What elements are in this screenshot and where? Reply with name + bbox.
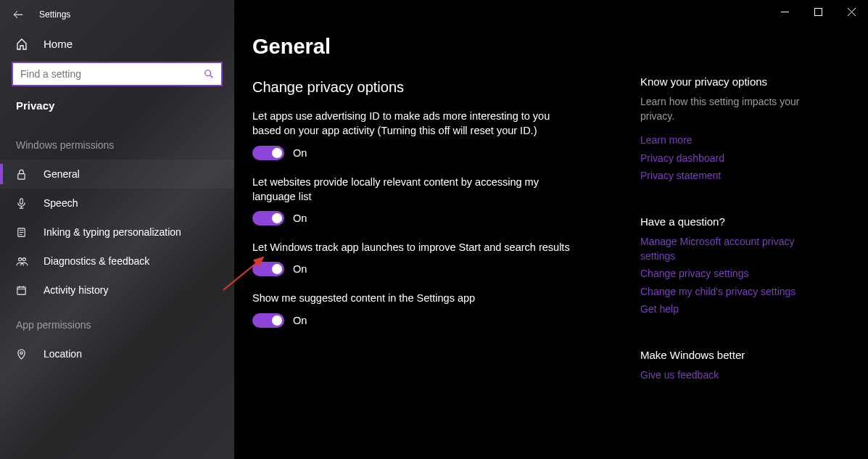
option-description: Let Windows track app launches to improv… xyxy=(252,240,575,255)
sidebar-home[interactable]: Home xyxy=(0,28,234,62)
sidebar-item-speech[interactable]: Speech xyxy=(0,189,234,218)
sidebar-item-general[interactable]: General xyxy=(0,160,234,189)
back-arrow-icon[interactable]: 🡠 xyxy=(13,9,23,20)
minimize-button[interactable] xyxy=(768,0,801,23)
sidebar-item-location[interactable]: Location xyxy=(0,339,234,368)
option-language-list: Let websites provide locally relevant co… xyxy=(252,175,640,226)
right-text: Learn how this setting impacts your priv… xyxy=(640,95,829,123)
sidebar-item-label: Location xyxy=(44,348,82,360)
speech-icon xyxy=(16,198,29,209)
toggle-state: On xyxy=(293,212,307,224)
svg-point-14 xyxy=(20,351,22,353)
content: General Change privacy options Let apps … xyxy=(234,0,640,459)
close-button[interactable] xyxy=(835,0,868,23)
toggle-suggested-content[interactable] xyxy=(252,313,284,328)
svg-rect-16 xyxy=(814,8,822,15)
sidebar-item-label: General xyxy=(44,168,80,180)
right-block-privacy-options: Know your privacy options Learn how this… xyxy=(640,75,829,183)
search-input[interactable] xyxy=(20,68,204,80)
svg-rect-3 xyxy=(20,198,23,204)
svg-point-9 xyxy=(22,257,25,260)
sidebar-item-label: Activity history xyxy=(44,284,108,296)
sidebar-item-inking[interactable]: Inking & typing personalization xyxy=(0,218,234,247)
search-input-container[interactable] xyxy=(12,62,223,86)
link-give-feedback[interactable]: Give us feedback xyxy=(640,368,829,383)
main: General Change privacy options Let apps … xyxy=(234,0,868,459)
search-icon xyxy=(204,69,214,79)
link-change-privacy-settings[interactable]: Change privacy settings xyxy=(640,267,829,281)
link-privacy-dashboard[interactable]: Privacy dashboard xyxy=(640,152,829,166)
option-description: Let apps use advertising ID to make ads … xyxy=(252,109,575,138)
right-block-question: Have a question? Manage Microsoft accoun… xyxy=(640,215,829,317)
home-label: Home xyxy=(44,38,73,50)
app-title: Settings xyxy=(39,9,70,20)
sidebar-item-label: Speech xyxy=(44,197,78,209)
sidebar-section-title: App permissions xyxy=(0,305,234,339)
page-subhead: Change privacy options xyxy=(252,79,640,96)
link-get-help[interactable]: Get help xyxy=(640,302,829,317)
location-icon xyxy=(16,349,29,360)
right-heading: Make Windows better xyxy=(640,349,829,361)
inking-icon xyxy=(16,227,29,238)
toggle-advertising-id[interactable] xyxy=(252,146,284,160)
sidebar-item-label: Diagnostics & feedback xyxy=(44,255,149,267)
option-track-app-launches: Let Windows track app launches to improv… xyxy=(252,240,640,276)
link-manage-account-privacy[interactable]: Manage Microsoft account privacy setting… xyxy=(640,235,829,263)
toggle-language-list[interactable] xyxy=(252,211,284,226)
toggle-state: On xyxy=(293,263,307,275)
sidebar-item-diagnostics[interactable]: Diagnostics & feedback xyxy=(0,247,234,276)
right-heading: Know your privacy options xyxy=(640,75,829,88)
svg-rect-10 xyxy=(17,286,25,294)
svg-point-8 xyxy=(19,257,22,260)
maximize-button[interactable] xyxy=(801,0,835,23)
option-advertising-id: Let apps use advertising ID to make ads … xyxy=(252,109,640,160)
link-child-privacy-settings[interactable]: Change my child's privacy settings xyxy=(640,285,829,299)
link-learn-more[interactable]: Learn more xyxy=(640,133,829,148)
sidebar-category: Privacy xyxy=(0,99,234,125)
option-description: Show me suggested content in the Setting… xyxy=(252,291,575,305)
sidebar: 🡠 Settings Home Privacy Windows permissi… xyxy=(0,0,234,459)
right-heading: Have a question? xyxy=(640,215,829,228)
sidebar-item-activity[interactable]: Activity history xyxy=(0,276,234,305)
sidebar-section-title: Windows permissions xyxy=(0,125,234,160)
svg-rect-2 xyxy=(18,173,25,179)
svg-point-0 xyxy=(205,70,211,76)
toggle-state: On xyxy=(293,147,307,159)
page-title: General xyxy=(252,35,640,59)
titlebar-buttons xyxy=(768,0,868,23)
diagnostics-icon xyxy=(16,256,29,267)
option-suggested-content: Show me suggested content in the Setting… xyxy=(252,291,640,327)
activity-icon xyxy=(16,285,29,296)
option-description: Let websites provide locally relevant co… xyxy=(252,175,575,204)
toggle-track-app-launches[interactable] xyxy=(252,262,284,276)
sidebar-item-label: Inking & typing personalization xyxy=(44,226,181,238)
right-block-feedback: Make Windows better Give us feedback xyxy=(640,349,829,383)
right-column: Know your privacy options Learn how this… xyxy=(640,0,851,459)
toggle-state: On xyxy=(293,315,307,326)
home-icon xyxy=(16,38,29,50)
lock-icon xyxy=(16,169,29,180)
svg-line-1 xyxy=(210,75,213,78)
link-privacy-statement[interactable]: Privacy statement xyxy=(640,169,829,183)
